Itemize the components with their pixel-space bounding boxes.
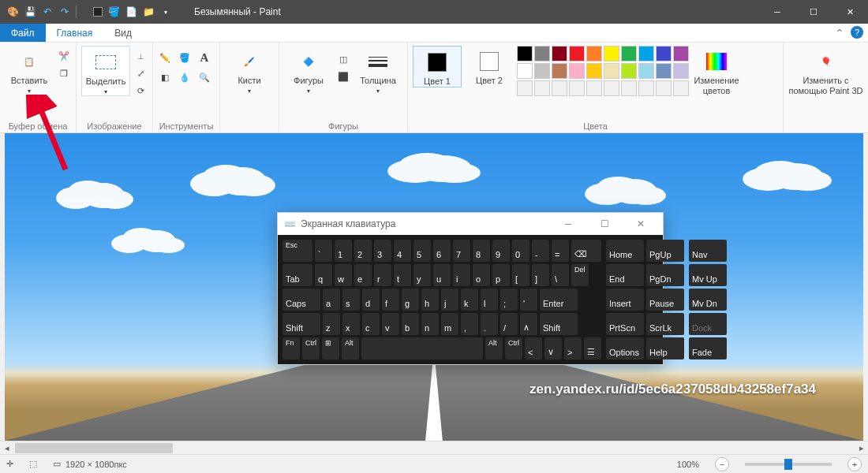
paste-button[interactable]: 📋 Вставить ▾ — [5, 46, 54, 95]
palette-swatch[interactable] — [604, 63, 619, 79]
palette-swatch[interactable] — [673, 80, 689, 96]
palette-swatch[interactable] — [604, 80, 619, 96]
scroll-right-icon[interactable]: ▸ — [855, 443, 868, 453]
osk-key[interactable]: [ — [512, 264, 529, 286]
undo-icon[interactable]: ↶ — [41, 6, 54, 18]
qat-dropdown-icon[interactable]: ▾ — [159, 6, 172, 18]
osk-key[interactable]: ; — [500, 289, 518, 311]
osk-key[interactable]: u — [433, 264, 451, 286]
crop-icon[interactable]: ⟂ — [133, 49, 148, 63]
close-button[interactable]: ✕ — [832, 0, 868, 24]
osk-nav-key[interactable]: PgUp — [646, 240, 684, 262]
osk-key[interactable]: Shift — [540, 313, 578, 335]
resize-icon[interactable]: ⤢ — [133, 66, 148, 80]
palette-swatch[interactable] — [586, 46, 602, 61]
osk-key[interactable]: 2 — [354, 240, 372, 262]
scroll-left-icon[interactable]: ◂ — [0, 443, 13, 453]
palette-swatch[interactable] — [638, 63, 654, 79]
osk-key[interactable]: ⌫ — [571, 240, 601, 262]
osk-key[interactable]: d — [362, 289, 380, 311]
osk-nav-key[interactable]: Pause — [646, 289, 684, 311]
palette-swatch[interactable] — [604, 46, 619, 61]
osk-close-button[interactable]: ✕ — [625, 218, 657, 229]
color-palette[interactable] — [517, 46, 689, 96]
osk-key[interactable]: k — [461, 289, 478, 311]
osk-key[interactable]: Ctrl — [505, 337, 522, 359]
osk-key[interactable]: w — [335, 264, 352, 286]
palette-swatch[interactable] — [656, 80, 672, 96]
osk-key[interactable]: g — [402, 289, 419, 311]
osk-key[interactable]: < — [525, 337, 542, 359]
osk-key[interactable]: - — [532, 240, 549, 262]
osk-key[interactable]: ☰ — [584, 337, 601, 359]
qat-new-icon[interactable]: 📄 — [125, 6, 137, 18]
osk-key[interactable]: Caps — [282, 289, 320, 311]
osk-ext-key[interactable]: Dock — [689, 313, 727, 335]
osk-key[interactable]: b — [402, 313, 419, 335]
palette-swatch[interactable] — [534, 63, 550, 79]
osk-ext-key[interactable]: Fade — [689, 337, 727, 359]
osk-key[interactable]: f — [382, 289, 399, 311]
thickness-button[interactable]: Толщина ▾ — [354, 46, 402, 95]
osk-minimize-button[interactable]: ─ — [552, 218, 584, 229]
redo-icon[interactable]: ↷ — [58, 6, 71, 18]
osk-key[interactable]: o — [473, 264, 490, 286]
osk-key[interactable]: n — [421, 313, 439, 335]
tab-home[interactable]: Главная — [46, 24, 104, 42]
tab-view[interactable]: Вид — [103, 24, 143, 42]
osk-key[interactable]: l — [481, 289, 498, 311]
canvas-area[interactable]: ⌨️ Экранная клавиатура ─ ☐ ✕ Esc`1234567… — [0, 133, 868, 441]
osk-key[interactable]: h — [421, 289, 439, 311]
shape-outline-icon[interactable]: ◫ — [336, 52, 350, 66]
osk-nav-key[interactable]: Options — [606, 337, 644, 359]
palette-swatch[interactable] — [586, 63, 602, 79]
osk-key[interactable]: a — [323, 289, 340, 311]
osk-key[interactable]: 3 — [374, 240, 391, 262]
osk-key[interactable] — [361, 337, 483, 359]
palette-swatch[interactable] — [621, 80, 637, 96]
osk-key[interactable]: 6 — [433, 240, 451, 262]
osk-key[interactable]: Esc — [282, 240, 312, 262]
maximize-button[interactable]: ☐ — [795, 0, 832, 24]
text-icon[interactable]: A — [197, 50, 211, 65]
tab-file[interactable]: Файл — [0, 24, 46, 42]
osk-key[interactable]: s — [342, 289, 360, 311]
osk-nav-key[interactable]: PgDn — [646, 264, 684, 286]
palette-swatch[interactable] — [638, 80, 654, 96]
osk-key[interactable]: 7 — [453, 240, 470, 262]
osk-key[interactable]: 5 — [413, 240, 431, 262]
help-icon[interactable]: ? — [851, 26, 863, 39]
osk-key[interactable]: > — [564, 337, 582, 359]
osk-nav-key[interactable]: Insert — [606, 289, 644, 311]
osk-key[interactable]: r — [374, 264, 391, 286]
osk-key[interactable]: . — [481, 313, 498, 335]
palette-swatch[interactable] — [673, 63, 689, 79]
osk-maximize-button[interactable]: ☐ — [589, 218, 620, 229]
save-icon[interactable]: 💾 — [24, 6, 36, 18]
rotate-icon[interactable]: ⟳ — [133, 84, 148, 98]
scroll-thumb[interactable] — [15, 443, 173, 453]
palette-swatch[interactable] — [621, 46, 637, 61]
osk-ext-key[interactable]: Nav — [689, 240, 727, 262]
palette-swatch[interactable] — [586, 80, 602, 96]
zoom-slider[interactable] — [745, 463, 832, 466]
osk-nav-key[interactable]: End — [606, 264, 644, 286]
palette-swatch[interactable] — [621, 63, 637, 79]
palette-swatch[interactable] — [552, 80, 567, 96]
osk-key[interactable]: y — [413, 264, 431, 286]
osk-key[interactable]: Fn — [282, 337, 300, 359]
osk-key[interactable]: Del — [571, 264, 589, 286]
osk-key[interactable]: 9 — [492, 240, 510, 262]
osk-key[interactable]: / — [500, 313, 518, 335]
color2-button[interactable]: Цвет 2 — [465, 46, 514, 86]
osk-nav-key[interactable]: Help — [646, 337, 684, 359]
palette-swatch[interactable] — [552, 63, 567, 79]
palette-swatch[interactable] — [517, 80, 533, 96]
osk-key[interactable]: 8 — [473, 240, 490, 262]
palette-swatch[interactable] — [552, 46, 567, 61]
magnifier-icon[interactable]: 🔍 — [197, 70, 211, 84]
osk-key[interactable]: v — [382, 313, 399, 335]
edit-colors-button[interactable]: Изменение цветов — [692, 46, 741, 96]
zoom-in-button[interactable]: + — [847, 457, 862, 471]
osk-titlebar[interactable]: ⌨️ Экранная клавиатура ─ ☐ ✕ — [278, 213, 663, 235]
